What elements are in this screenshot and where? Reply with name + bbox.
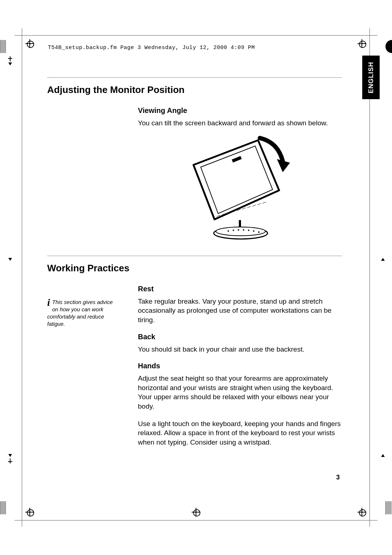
svg-line-9 [242,208,246,209]
subheading-rest: Rest [138,285,342,293]
page-frame: T54B_setup.backup.fm Page 3 Wednesday, J… [27,37,365,518]
svg-point-17 [233,230,234,231]
svg-line-10 [247,206,251,208]
frame-guide [15,520,377,520]
print-mark-right-bottom [385,501,392,514]
running-header: T54B_setup.backup.fm Page 3 Wednesday, J… [48,45,255,51]
subheading-back: Back [138,333,342,341]
crop-mark [8,58,12,59]
crop-mark [10,458,11,463]
crop-mark [10,56,11,61]
svg-point-16 [228,230,229,232]
section-heading-adjusting: Adjusting the Monitor Position [47,84,342,96]
svg-point-20 [248,230,249,231]
working-practices-block: i This section gives advice on how you c… [47,285,342,447]
svg-line-12 [257,203,261,205]
frame-guide [369,28,370,527]
paragraph: Take regular breaks. Vary your posture, … [138,297,342,325]
paragraph: Use a light touch on the keyboard, keepi… [138,419,342,447]
svg-line-11 [252,205,256,206]
side-note: i This section gives advice on how you c… [47,299,120,328]
print-mark-left-bottom [0,501,7,514]
info-icon: i [47,299,50,307]
viewing-angle-block: Viewing Angle You can tilt the screen ba… [138,106,342,241]
subheading-viewing-angle: Viewing Angle [138,106,342,115]
paragraph: Adjust the seat height so that your fore… [138,374,342,411]
divider [47,256,342,256]
svg-point-21 [253,230,254,232]
svg-marker-0 [277,159,290,172]
arrow-icon [8,62,12,65]
side-note-text: This section gives advice on how you can… [47,299,113,327]
arrow-icon [8,258,12,261]
paragraph: You can tilt the screen backward and for… [138,118,342,128]
frame-guide [22,28,22,527]
arrow-icon [381,454,385,457]
svg-point-22 [258,231,260,233]
arrow-icon [8,454,12,457]
page-number: 3 [336,474,340,481]
language-tab: ENGLISH [362,56,380,99]
arrow-icon [381,258,385,261]
svg-point-19 [243,229,244,231]
print-mark-right-top [385,40,392,53]
frame-guide [15,35,377,36]
subheading-hands: Hands [138,362,342,370]
monitor-tilt-illustration [185,136,294,241]
print-mark-left-top [0,40,7,53]
divider [47,77,342,78]
rest-block: Rest Take regular breaks. Vary your post… [138,285,342,447]
paragraph: You should sit back in your chair and us… [138,345,342,354]
svg-line-13 [262,202,266,203]
crop-mark [8,461,12,462]
svg-point-15 [216,227,265,236]
section-heading-working-practices: Working Practices [47,263,342,274]
language-tab-label: ENGLISH [367,61,375,93]
page-content: Adjusting the Monitor Position Viewing A… [47,77,342,455]
svg-point-18 [238,229,239,231]
